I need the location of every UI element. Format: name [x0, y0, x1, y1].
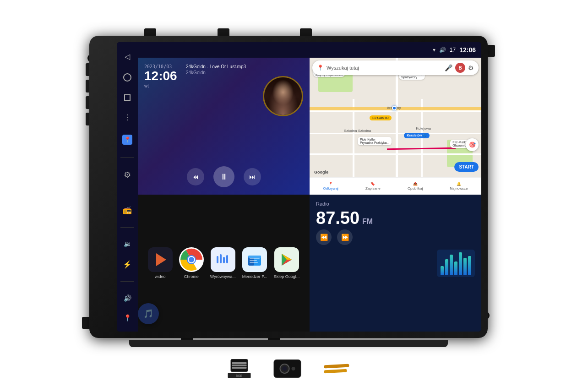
- apps-grid: wideo: [138, 195, 310, 332]
- radio-label: Radio: [316, 201, 475, 207]
- svg-point-3: [189, 257, 194, 262]
- svg-rect-4: [217, 256, 218, 263]
- nav-opublikuj-label: Opublikuj: [408, 186, 423, 191]
- place-elgusto: EL'GUSTO: [370, 115, 391, 120]
- place-piotr: Piotr KellerPrywatna Praktyka...: [358, 137, 392, 145]
- prev-button[interactable]: ⏮: [187, 168, 204, 185]
- screen: ◁ ⋮ 📍 ⚙ 📻 🔉 ⚡ 🔊 📍: [117, 42, 481, 332]
- map-pin-icon: 📍: [317, 65, 324, 71]
- home-icon[interactable]: [123, 73, 131, 82]
- wideo-label: wideo: [155, 274, 166, 279]
- location-btn[interactable]: 🎯: [466, 138, 479, 151]
- radio-forward-btn[interactable]: ⏩: [337, 229, 353, 245]
- app-menedzer[interactable]: Menedżer P...: [242, 247, 267, 279]
- next-button[interactable]: ⏭: [244, 168, 261, 185]
- clock-display: 12:06: [459, 46, 476, 54]
- radio-eq: [437, 250, 475, 277]
- radio-band: FM: [362, 218, 373, 226]
- album-art: [263, 76, 303, 116]
- radio-freq-num: 87.50: [316, 209, 359, 227]
- music-controls: ⏮ ⏸ ⏭: [138, 166, 310, 187]
- sd-label: 5GB: [236, 374, 242, 377]
- radio-controls: ⏪ ⏩: [316, 229, 475, 245]
- back-icon[interactable]: ◁: [125, 52, 130, 61]
- google-watermark: Google: [314, 170, 328, 174]
- location-icon[interactable]: 📍: [124, 314, 131, 321]
- divider2: [120, 193, 134, 193]
- nav-zapisane[interactable]: 🔖 Zapisane: [365, 182, 381, 191]
- user-avatar[interactable]: B: [455, 63, 465, 73]
- place-krasiejow: Krasiejów 🔵: [404, 133, 430, 138]
- pause-button[interactable]: ⏸: [213, 166, 234, 187]
- volume-up-icon[interactable]: 🔊: [124, 294, 131, 302]
- road-label-szkolna: Szkolna Szkolna: [344, 129, 371, 133]
- app-sklep[interactable]: Sklep Googl...: [274, 247, 300, 279]
- nav-najnowsze-label: Najnowsze: [450, 186, 468, 191]
- radio-icon[interactable]: 📻: [123, 206, 132, 214]
- wideo-icon: [148, 247, 173, 272]
- nav-odkrywaj-label: Odkrywaj: [323, 186, 338, 191]
- nav-odkrywaj[interactable]: 📍 Odkrywaj: [323, 182, 338, 191]
- main-grid: 2023/10/03 12:06 wt 24kGoldn - Love Or L…: [138, 58, 481, 332]
- radio-panel: Radio 87.50 FM ⏪ ⏩: [310, 195, 481, 332]
- artist-name: 24kGoldn: [186, 70, 259, 75]
- divider4: [120, 281, 134, 282]
- bluetooth-icon[interactable]: ⚡: [123, 260, 132, 269]
- nav-zapisane-label: Zapisane: [365, 186, 381, 191]
- voice-button[interactable]: 🎵: [138, 303, 159, 324]
- screen-content: ▾ 🔊 17 12:06 2023/10/03: [138, 42, 481, 332]
- track-name: 24kGoldn - Love Or Lust.mp3: [186, 64, 259, 69]
- speaker-icon: 🔊: [439, 47, 446, 53]
- svg-rect-10: [248, 256, 261, 258]
- chrome-label: Chrome: [184, 274, 199, 279]
- volume-level: 17: [450, 47, 456, 53]
- app-wideo[interactable]: wideo: [148, 247, 173, 279]
- status-bar-right: ▾ 🔊 17 12:06: [433, 46, 476, 54]
- wyrownywarka-icon: [211, 247, 235, 272]
- menu-icon[interactable]: ⋮: [124, 113, 131, 122]
- menedzer-label: Menedżer P...: [242, 274, 267, 279]
- sd-card: 5GB: [228, 359, 251, 378]
- divider1: [120, 157, 134, 158]
- camera: [274, 359, 301, 378]
- mic-icon[interactable]: 🎤: [445, 64, 452, 71]
- side-icon-bar: ◁ ⋮ 📍 ⚙ 📻 🔉 ⚡ 🔊 📍: [117, 42, 138, 332]
- app-wyrownywarka[interactable]: Wyrównywa...: [210, 247, 236, 279]
- svg-rect-7: [226, 255, 228, 263]
- svg-rect-12: [250, 260, 257, 261]
- device-bottom-bar: [129, 340, 448, 347]
- tools: [324, 365, 349, 373]
- wifi-icon: ▾: [433, 47, 435, 53]
- wyrownywarka-label: Wyrównywa...: [210, 274, 236, 279]
- maps-icon[interactable]: 📍: [122, 135, 132, 145]
- app-chrome[interactable]: Chrome: [179, 247, 204, 279]
- map-bg: Kajaki Krasienka -Spływy Kajakowe... Dan…: [310, 58, 481, 195]
- map-bottom-nav: 📍 Odkrywaj 🔖 Zapisane 📤 Opublikuj: [310, 177, 481, 195]
- svg-rect-5: [220, 254, 222, 263]
- map-search-bar[interactable]: 📍 Wyszukaj tutaj 🎤 B ⚙: [312, 60, 479, 75]
- svg-rect-13: [250, 262, 258, 263]
- accessories-row: 5GB: [228, 359, 349, 378]
- track-info: 24kGoldn - Love Or Lust.mp3 24kGoldn: [186, 64, 259, 75]
- device-body: ◁ ⋮ 📍 ⚙ 📻 🔉 ⚡ 🔊 📍: [89, 36, 488, 338]
- divider3: [120, 227, 134, 228]
- svg-rect-11: [250, 258, 260, 259]
- device-shell: ◁ ⋮ 📍 ⚙ 📻 🔉 ⚡ 🔊 📍: [89, 36, 488, 338]
- menedzer-icon: [242, 247, 267, 272]
- music-player: 2023/10/03 12:06 wt 24kGoldn - Love Or L…: [138, 58, 310, 195]
- road-label-kolejowa: Kolejowa: [416, 126, 431, 131]
- nav-opublikuj[interactable]: 📤 Opublikuj: [408, 182, 423, 191]
- volume-down-icon[interactable]: 🔉: [124, 240, 131, 247]
- map-settings-icon[interactable]: ⚙: [468, 64, 474, 71]
- map-container[interactable]: Kajaki Krasienka -Spływy Kajakowe... Dan…: [310, 58, 481, 195]
- sklep-icon: [274, 247, 299, 272]
- settings-icon[interactable]: ⚙: [124, 170, 131, 180]
- chrome-icon: [179, 247, 204, 272]
- nav-najnowsze[interactable]: 🔔 Najnowsze: [450, 182, 468, 191]
- radio-rewind-btn[interactable]: ⏪: [316, 229, 332, 245]
- square-icon[interactable]: [124, 94, 131, 101]
- side-buttons-left: [86, 63, 89, 125]
- status-bar: ▾ 🔊 17 12:06: [138, 42, 481, 58]
- search-text: Wyszukaj tutaj: [327, 65, 445, 71]
- start-button[interactable]: START: [454, 162, 479, 172]
